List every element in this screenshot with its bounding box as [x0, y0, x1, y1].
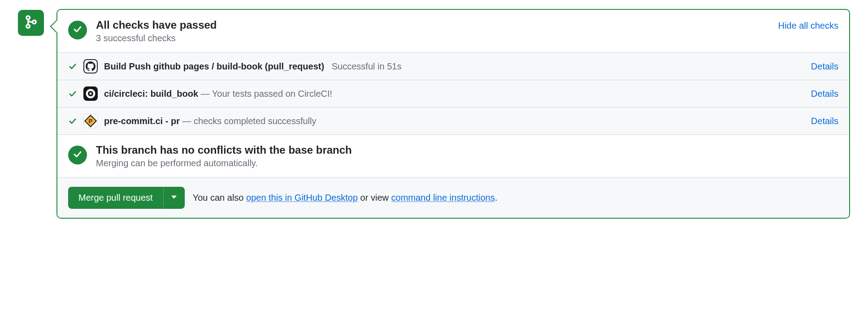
check-name: pre-commit.ci - pr [104, 116, 180, 126]
merge-pull-request-button[interactable]: Merge pull request [68, 187, 163, 209]
check-desc: checks completed successfully [194, 116, 316, 126]
merge-footer-text: You can also open this in GitHub Desktop… [193, 193, 498, 203]
hide-all-checks-link[interactable]: Hide all checks [778, 21, 838, 31]
svg-point-4 [90, 93, 92, 95]
merge-options-dropdown-button[interactable] [163, 187, 185, 209]
check-row: Build Push github pages / build-book (pu… [57, 53, 849, 80]
check-sep: — [198, 89, 212, 99]
command-line-instructions-link[interactable]: command line instructions [391, 193, 495, 203]
checks-summary-header: All checks have passed 3 successful chec… [57, 10, 849, 52]
svg-point-0 [26, 16, 30, 20]
git-merge-icon [23, 14, 39, 31]
git-merge-timeline-badge [18, 10, 44, 36]
check-row: P pre-commit.ci - pr — checks completed … [57, 108, 849, 135]
svg-point-2 [33, 20, 36, 24]
check-row: ci/circleci: build_book — Your tests pas… [57, 80, 849, 108]
checks-title: All checks have passed [96, 19, 769, 31]
svg-point-1 [26, 25, 30, 28]
check-details-link[interactable]: Details [811, 89, 838, 99]
check-details-link[interactable]: Details [811, 61, 838, 72]
precommit-icon: P [83, 114, 98, 128]
check-desc: Successful in 51s [332, 61, 402, 71]
open-github-desktop-link[interactable]: open this in GitHub Desktop [246, 193, 358, 203]
checks-list: Build Push github pages / build-book (pu… [57, 52, 849, 135]
merge-button-group: Merge pull request [68, 187, 185, 209]
status-success-circle [68, 146, 87, 164]
check-details-link[interactable]: Details [811, 116, 838, 126]
conflicts-subtitle: Merging can be performed automatically. [96, 158, 838, 168]
check-icon [73, 24, 82, 36]
check-icon [68, 62, 77, 71]
checks-subtitle: 3 successful checks [96, 33, 769, 43]
check-icon [73, 149, 82, 161]
check-desc: Your tests passed on CircleCI! [212, 89, 332, 99]
check-sep: — [180, 116, 194, 126]
check-icon [68, 89, 77, 98]
check-name: ci/circleci: build_book [104, 89, 198, 99]
circleci-icon [83, 86, 98, 101]
check-name: Build Push github pages / build-book (pu… [104, 61, 324, 71]
conflicts-section: This branch has no conflicts with the ba… [57, 135, 849, 178]
triangle-down-icon [171, 194, 177, 202]
merge-footer: Merge pull request You can also open thi… [57, 178, 849, 218]
status-success-circle [68, 21, 87, 39]
merge-status-box: All checks have passed 3 successful chec… [56, 9, 850, 219]
github-actions-icon [83, 59, 98, 73]
check-icon [68, 116, 77, 125]
conflicts-title: This branch has no conflicts with the ba… [96, 144, 838, 156]
